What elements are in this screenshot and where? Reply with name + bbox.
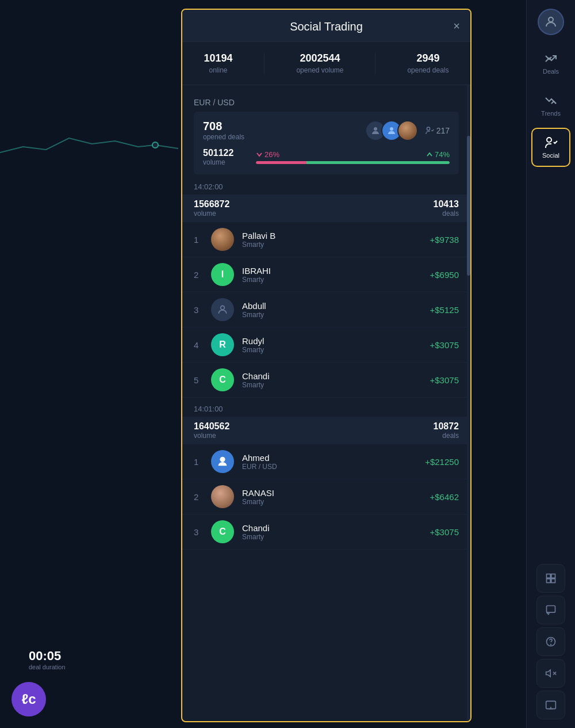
section-header-2: 1640562 volume 10872 deals — [182, 417, 470, 444]
sidebar-trends-label: Trends — [541, 110, 561, 117]
trader-rank: 2 — [194, 270, 203, 280]
panel-header: Social Trading × — [182, 10, 470, 42]
trader-info: RudylSmarty — [242, 336, 422, 354]
currency-section: EUR / USD 708 opened deals — [182, 85, 470, 174]
svg-rect-12 — [547, 606, 555, 613]
trader-sub: EUR / USD — [242, 463, 417, 471]
traders-section-2: 1AhmedEUR / USD+$212502RANASISmarty+$646… — [182, 444, 470, 550]
stat-online-label: online — [204, 66, 232, 74]
sidebar-help-btn[interactable] — [536, 627, 565, 656]
trader-name: Abdull — [242, 301, 422, 311]
deals-count-block: 708 opened deals — [203, 120, 244, 141]
stat-divider-2 — [375, 52, 375, 74]
svg-point-3 — [427, 127, 430, 130]
stat-divider-1 — [264, 52, 264, 74]
svg-rect-8 — [547, 574, 551, 578]
trader-avatar — [211, 298, 234, 321]
trader-rank: 4 — [194, 340, 203, 350]
svg-rect-9 — [551, 574, 555, 578]
pct-up: 74% — [426, 150, 450, 159]
deals-summary-card[interactable]: 708 opened deals — [194, 112, 459, 174]
volume-value: 501122 — [203, 148, 249, 158]
stat-deals-value: 2949 — [407, 52, 448, 64]
trader-name: Rudyl — [242, 336, 422, 346]
sidebar-chat-btn[interactable] — [536, 596, 565, 624]
time-label-2: 14:01:00 — [182, 398, 470, 417]
traders-section-1: 1Pallavi BSmarty+$97382IIBRAHISmarty+$69… — [182, 222, 470, 398]
svg-rect-11 — [551, 579, 555, 583]
progress-bar-down — [256, 161, 306, 164]
trader-sub: Smarty — [242, 498, 422, 506]
trader-sub: Smarty — [242, 311, 422, 319]
trader-rank: 3 — [194, 527, 203, 537]
trader-row[interactable]: 1AhmedEUR / USD+$21250 — [182, 444, 470, 479]
trader-sub: Smarty — [242, 276, 422, 284]
trader-info: RANASISmarty — [242, 488, 422, 506]
trader-sub: Smarty — [242, 241, 422, 249]
close-button[interactable]: × — [453, 20, 460, 32]
stat-volume: 2002544 opened volume — [296, 52, 343, 74]
trader-rank: 2 — [194, 492, 203, 502]
trader-row[interactable]: 2IIBRAHISmarty+$6950 — [182, 257, 470, 292]
volume-block: 501122 volume — [203, 148, 249, 166]
trader-info: AhmedEUR / USD — [242, 453, 417, 471]
trader-info: IBRAHISmarty — [242, 266, 422, 284]
trader-row[interactable]: 3AbdullSmarty+$5125 — [182, 292, 470, 327]
sidebar-item-trends[interactable]: Trends — [531, 86, 570, 125]
trader-rank: 5 — [194, 375, 203, 385]
sidebar-user-avatar[interactable] — [538, 9, 564, 35]
trader-avatar: C — [211, 368, 234, 391]
panel-scrollbar-thumb[interactable] — [467, 136, 470, 276]
stat-deals: 2949 opened deals — [407, 52, 448, 74]
trader-name: Ahmed — [242, 453, 417, 463]
pct-down: 26% — [256, 150, 279, 159]
trader-row[interactable]: 3CChandiSmarty+$3075 — [182, 514, 470, 550]
trader-sub: Smarty — [242, 346, 422, 354]
trader-pnl: +$6462 — [430, 492, 459, 502]
deals-card-top: 708 opened deals — [203, 120, 450, 141]
sidebar-item-social[interactable]: Social — [531, 128, 570, 167]
stat-deals-label: opened deals — [407, 66, 448, 74]
trader-row[interactable]: 2RANASISmarty+$6462 — [182, 479, 470, 514]
trader-avatar — [211, 450, 234, 473]
trader-row[interactable]: 4RRudylSmarty+$3075 — [182, 327, 470, 363]
svg-point-6 — [549, 17, 553, 22]
trader-pnl: +$3075 — [430, 340, 459, 350]
section-deals-right-1: 10413 deals — [434, 199, 459, 218]
progress-section: 26% 74% — [256, 150, 450, 164]
stats-row: 10194 online 2002544 opened volume 2949 … — [182, 42, 470, 85]
followers-count: 217 — [425, 126, 450, 135]
trader-name: RANASI — [242, 488, 422, 498]
sidebar-layout-btn[interactable] — [536, 564, 565, 593]
section-vol-1: 1566872 volume — [194, 199, 229, 218]
trader-info: AbdullSmarty — [242, 301, 422, 319]
trader-name: Chandi — [242, 371, 422, 381]
sidebar-volume-btn[interactable] — [536, 659, 565, 688]
trader-row[interactable]: 5CChandiSmarty+$3075 — [182, 363, 470, 398]
app-logo: ℓc — [12, 682, 46, 716]
panel-scroll-area[interactable]: EUR / USD 708 opened deals — [182, 85, 470, 721]
right-sidebar: Deals Trends Social — [526, 0, 575, 728]
trader-sub: Smarty — [242, 533, 422, 541]
sidebar-social-label: Social — [542, 152, 559, 159]
section-vol-2: 1640562 volume — [194, 421, 229, 440]
svg-point-7 — [547, 138, 551, 142]
trader-info: ChandiSmarty — [242, 371, 422, 389]
deals-avatars: 217 — [365, 120, 450, 141]
trader-info: Pallavi BSmarty — [242, 231, 422, 249]
svg-point-0 — [152, 142, 158, 148]
avatar-photo — [397, 120, 418, 141]
deals-count-value: 708 — [203, 120, 244, 133]
sidebar-screen-btn[interactable] — [536, 691, 565, 719]
trader-pnl: +$6950 — [430, 270, 459, 280]
progress-labels: 26% 74% — [256, 150, 450, 159]
deals-card-bottom: 501122 volume 26% 74% — [203, 148, 450, 166]
timer-label: deal duration — [29, 664, 66, 670]
trader-sub: Smarty — [242, 381, 422, 389]
deals-count-label: opened deals — [203, 133, 244, 141]
trader-row[interactable]: 1Pallavi BSmarty+$9738 — [182, 222, 470, 257]
progress-bar-up — [306, 161, 450, 164]
chart-decoration — [0, 127, 178, 161]
sidebar-item-deals[interactable]: Deals — [531, 44, 570, 83]
trader-rank: 1 — [194, 235, 203, 245]
